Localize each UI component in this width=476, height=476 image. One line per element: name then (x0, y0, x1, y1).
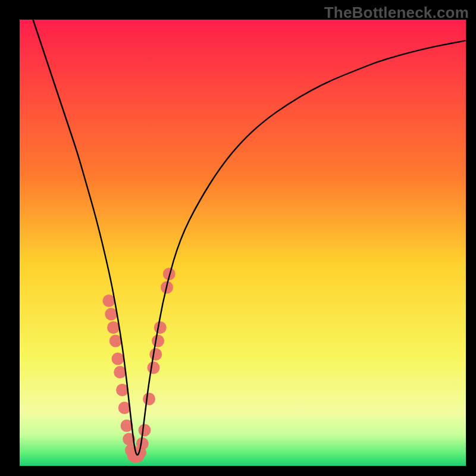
scatter-point (149, 348, 162, 361)
plot-area (20, 20, 466, 466)
watermark-text: TheBottleneck.com (324, 4, 469, 22)
scatter-point (107, 321, 120, 334)
scatter-point (154, 321, 167, 334)
chart-frame: TheBottleneck.com (0, 0, 476, 476)
scatter-point (139, 424, 151, 437)
scatter-point (143, 393, 155, 405)
gradient-background (20, 20, 466, 466)
scatter-point (105, 308, 117, 321)
scatter-point (112, 353, 124, 365)
scatter-point (152, 335, 164, 347)
scatter-point (109, 335, 122, 347)
scatter-point (148, 362, 160, 374)
bottleneck-chart (20, 20, 466, 466)
